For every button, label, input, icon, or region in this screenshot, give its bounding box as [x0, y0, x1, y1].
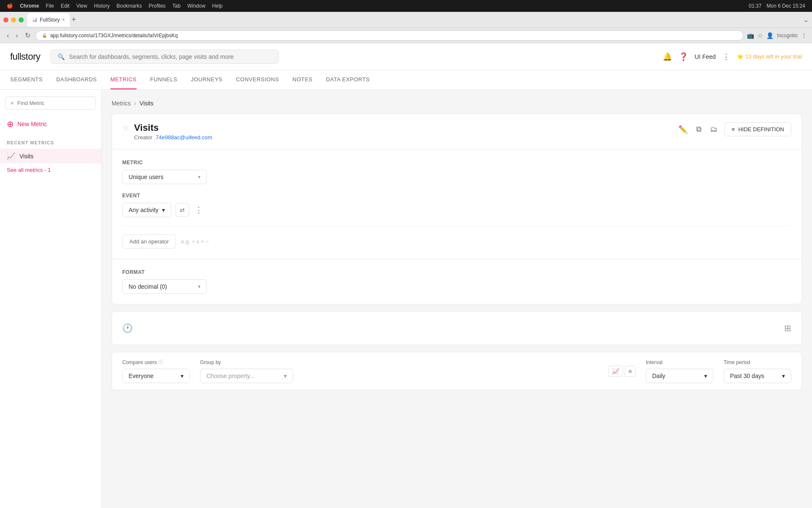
hide-definition-btn[interactable]: ≡ HIDE DEFINITION: [724, 122, 791, 136]
definition-section: Metric Unique users ▾ Event Any activity…: [112, 149, 801, 259]
search-icon: 🔍: [58, 53, 65, 60]
nav-data-exports[interactable]: DATA EXPORTS: [326, 70, 370, 89]
creator-email[interactable]: 74e988ac@uifeed.com: [156, 134, 212, 141]
line-chart-btn[interactable]: 📈: [608, 366, 623, 377]
creator-label: Creator: [134, 134, 152, 141]
event-type-dropdown[interactable]: Any activity ▾: [122, 203, 171, 217]
account-icon[interactable]: 👤: [766, 32, 774, 39]
ui-feed-label[interactable]: UI Feed: [695, 53, 716, 60]
find-metric-search[interactable]: ≡: [5, 97, 96, 110]
close-window-btn[interactable]: [3, 17, 8, 22]
trial-badge: ⭐ 13 days left in your trial: [737, 53, 802, 60]
active-tab[interactable]: 📊 FullStory ×: [27, 13, 70, 27]
refresh-btn[interactable]: ↻: [23, 30, 32, 40]
metric-creator: Creator 74e988ac@uifeed.com: [134, 134, 212, 141]
see-all-metrics-link[interactable]: See all metrics - 1: [0, 163, 101, 177]
time-period-value: Past 30 days: [730, 373, 764, 379]
chart-loading-icon: 🕐: [122, 323, 133, 333]
search-input[interactable]: [69, 53, 272, 60]
group-by-label: Group by: [200, 359, 293, 365]
cast-icon[interactable]: 📺: [747, 32, 754, 39]
history-menu[interactable]: History: [94, 3, 110, 9]
group-by-group: Group by Choose property... ▾: [200, 359, 293, 383]
chrome-menu[interactable]: Chrome: [20, 3, 39, 9]
chart-type-icons: 📈 ≡: [608, 366, 636, 377]
forward-btn[interactable]: ›: [14, 31, 19, 40]
interval-dropdown[interactable]: Daily ▾: [646, 369, 713, 383]
notifications-icon[interactable]: 🔔: [663, 52, 672, 61]
event-more-btn[interactable]: ⋮: [193, 204, 204, 216]
new-metric-btn[interactable]: ⊕ New Metric: [5, 116, 96, 132]
traffic-lights[interactable]: [3, 17, 24, 22]
sidebar-metric-visits-label: Visits: [19, 153, 33, 160]
profiles-menu[interactable]: Profiles: [149, 3, 166, 9]
group-by-chevron-icon: ▾: [284, 373, 287, 379]
global-search[interactable]: 🔍: [50, 50, 279, 64]
file-menu[interactable]: File: [46, 3, 54, 9]
main-content: Metrics › Visits ☆ Visits Creator 74e988…: [102, 90, 812, 508]
sidebar-metric-visits[interactable]: 📈 Visits: [0, 149, 101, 163]
help-menu[interactable]: Help: [212, 3, 223, 9]
favorite-star-icon[interactable]: ☆: [122, 123, 129, 133]
interval-value: Daily: [652, 373, 665, 379]
minimize-window-btn[interactable]: [11, 17, 16, 22]
format-section: Format No decimal (0) ▾: [112, 259, 801, 304]
mac-os-bar: 🍎 Chrome File Edit View History Bookmark…: [0, 0, 812, 12]
nav-funnels[interactable]: FUNNELS: [150, 70, 177, 89]
event-filter-btn[interactable]: ⇄: [176, 203, 189, 217]
address-field[interactable]: 🔒 app.fullstory.com/ui/173GXJ/metrics/de…: [36, 30, 744, 41]
metric-title: Visits: [134, 122, 212, 133]
header-more-icon[interactable]: ⋮: [722, 52, 730, 61]
edit-metric-icon[interactable]: ✏️: [677, 123, 689, 136]
new-metric-plus-icon: ⊕: [7, 119, 14, 129]
new-metric-label: New Metric: [17, 121, 47, 127]
compare-users-info-icon[interactable]: ⓘ: [159, 359, 163, 365]
nav-segments[interactable]: SEGMENTS: [10, 70, 43, 89]
tab-menu[interactable]: Tab: [173, 3, 181, 9]
group-by-dropdown[interactable]: Choose property... ▾: [200, 369, 293, 383]
copy-metric-icon[interactable]: ⧉: [694, 123, 703, 135]
find-metric-icon: ≡: [11, 100, 14, 106]
maximize-window-btn[interactable]: [19, 17, 24, 22]
chrome-tab-bar: 📊 FullStory × + ⌄: [0, 12, 812, 28]
browser-actions: 📺 ☆ 👤 Incognito ⋮: [747, 32, 807, 39]
compare-users-value: Everyone: [129, 373, 154, 379]
bookmarks-menu[interactable]: Bookmarks: [117, 3, 142, 9]
sidebar: ≡ ⊕ New Metric RECENT METRICS 📈 Visits S…: [0, 90, 102, 508]
tab-bar: 📊 FullStory × +: [27, 13, 800, 27]
time-period-label: Time period: [724, 359, 791, 365]
bookmark-icon[interactable]: ☆: [757, 32, 763, 39]
expand-icon[interactable]: ⌄: [803, 16, 809, 24]
nav-dashboards[interactable]: DASHBOARDS: [56, 70, 97, 89]
event-type-value: Any activity: [129, 207, 159, 213]
main-layout: ≡ ⊕ New Metric RECENT METRICS 📈 Visits S…: [0, 90, 812, 508]
back-btn[interactable]: ‹: [5, 31, 11, 40]
nav-journeys[interactable]: JOURNEYS: [191, 70, 222, 89]
nav-metrics[interactable]: METRICS: [110, 70, 137, 89]
compare-users-dropdown[interactable]: Everyone ▾: [122, 369, 190, 383]
metric-type-dropdown[interactable]: Unique users ▾: [122, 170, 207, 184]
event-field-label: Event: [122, 193, 791, 199]
event-chevron-icon: ▾: [162, 207, 165, 213]
edit-menu[interactable]: Edit: [61, 3, 70, 9]
compare-users-label-text: Compare users: [122, 359, 157, 365]
help-icon[interactable]: ❓: [679, 52, 688, 61]
metric-type-value: Unique users: [129, 174, 164, 180]
find-metric-input[interactable]: [17, 100, 91, 106]
tab-close-btn[interactable]: ×: [62, 17, 65, 22]
lock-icon: 🔒: [42, 33, 47, 38]
window-menu[interactable]: Window: [187, 3, 206, 9]
nav-notes[interactable]: NOTES: [293, 70, 313, 89]
archive-metric-icon[interactable]: 🗂: [708, 123, 719, 135]
new-tab-button[interactable]: +: [71, 15, 76, 24]
more-options-icon[interactable]: ⋮: [801, 32, 807, 39]
bar-chart-btn[interactable]: ≡: [625, 366, 636, 377]
format-dropdown[interactable]: No decimal (0) ▾: [122, 279, 207, 294]
breadcrumb-parent[interactable]: Metrics: [112, 100, 131, 107]
view-menu[interactable]: View: [76, 3, 87, 9]
add-operator-btn[interactable]: Add an operator: [122, 235, 176, 248]
time-period-dropdown[interactable]: Past 30 days ▾: [724, 369, 791, 383]
nav-conversions[interactable]: CONVERSIONS: [236, 70, 279, 89]
chart-layout-icon[interactable]: ⊞: [784, 323, 791, 333]
metric-title-text: Visits Creator 74e988ac@uifeed.com: [134, 122, 212, 141]
